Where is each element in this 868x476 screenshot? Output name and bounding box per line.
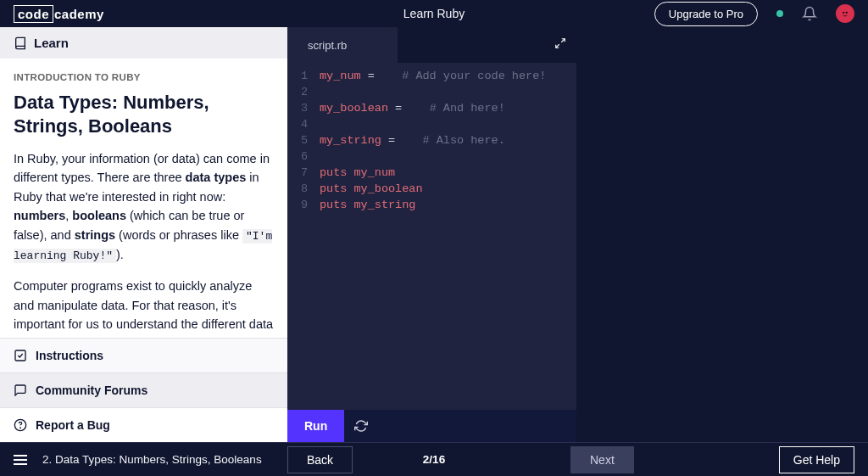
bug-label: Report a Bug bbox=[36, 418, 110, 432]
lesson-title: Data Types: Numbers, Strings, Booleans bbox=[14, 91, 274, 137]
logo-rest: cademy bbox=[54, 7, 104, 21]
course-title: Learn Ruby bbox=[403, 7, 465, 20]
learn-tab-label: Learn bbox=[34, 36, 69, 50]
avatar[interactable] bbox=[836, 4, 854, 23]
menu-icon[interactable] bbox=[14, 455, 27, 465]
chat-icon bbox=[14, 384, 27, 397]
logo[interactable]: codecademy bbox=[14, 7, 104, 21]
editor-tab-bar: script.rb bbox=[287, 27, 576, 63]
svg-point-1 bbox=[846, 12, 848, 14]
footer-right: Get Help bbox=[779, 446, 854, 473]
question-icon bbox=[14, 418, 27, 432]
footer-lesson-name[interactable]: 2. Data Types: Numbers, Strings, Boolean… bbox=[42, 453, 262, 466]
lesson-panel: Learn INTRODUCTION TO RUBY Data Types: N… bbox=[0, 27, 287, 442]
notifications-icon[interactable] bbox=[802, 6, 817, 21]
svg-point-0 bbox=[843, 12, 844, 14]
instructions-label: Instructions bbox=[36, 349, 103, 362]
refresh-icon bbox=[354, 419, 368, 433]
learn-tab[interactable]: Learn bbox=[0, 27, 287, 59]
reset-button[interactable] bbox=[344, 410, 378, 442]
instructions-section[interactable]: Instructions bbox=[0, 338, 287, 372]
lesson-body: INTRODUCTION TO RUBY Data Types: Numbers… bbox=[0, 59, 287, 338]
editor-panel: script.rb 1 2 3 4 5 6 7 8 9 my_num = # A… bbox=[287, 27, 576, 442]
checkbox-icon bbox=[14, 349, 27, 362]
footer: 2. Data Types: Numbers, Strings, Boolean… bbox=[0, 442, 868, 476]
run-bar: Run bbox=[287, 410, 576, 442]
forums-label: Community Forums bbox=[36, 384, 147, 397]
code-lines[interactable]: my_num = # Add your code here! my_boolea… bbox=[314, 68, 576, 410]
svg-point-4 bbox=[20, 428, 21, 428]
get-help-button[interactable]: Get Help bbox=[779, 446, 854, 473]
nav-back-group: Back bbox=[287, 446, 353, 473]
footer-left: 2. Data Types: Numbers, Strings, Boolean… bbox=[14, 453, 262, 466]
file-tab-label: script.rb bbox=[308, 39, 347, 52]
progress-indicator: 2/16 bbox=[423, 453, 445, 466]
expand-icon[interactable] bbox=[554, 37, 566, 53]
report-bug-section[interactable]: Report a Bug bbox=[0, 407, 287, 442]
header-right: Upgrade to Pro bbox=[654, 2, 854, 26]
top-header: codecademy Learn Ruby Upgrade to Pro bbox=[0, 0, 868, 27]
logo-boxed: code bbox=[14, 5, 53, 23]
line-number-gutter: 1 2 3 4 5 6 7 8 9 bbox=[287, 68, 314, 410]
lesson-paragraph-2: Computer programs exist to quickly analy… bbox=[14, 277, 274, 338]
intro-label: INTRODUCTION TO RUBY bbox=[14, 72, 274, 82]
main-area: Learn INTRODUCTION TO RUBY Data Types: N… bbox=[0, 27, 868, 442]
code-area[interactable]: 1 2 3 4 5 6 7 8 9 my_num = # Add your co… bbox=[287, 63, 576, 410]
community-forums-section[interactable]: Community Forums bbox=[0, 372, 287, 407]
book-icon bbox=[14, 36, 27, 50]
status-dot-icon bbox=[776, 10, 783, 17]
file-tab[interactable]: script.rb bbox=[287, 27, 398, 63]
nav-next-group: Next bbox=[570, 446, 634, 473]
lesson-paragraph-1: In Ruby, your information (or data) can … bbox=[14, 149, 274, 265]
back-button[interactable]: Back bbox=[287, 446, 353, 473]
run-button[interactable]: Run bbox=[287, 410, 344, 442]
output-panel bbox=[576, 27, 868, 442]
svg-rect-2 bbox=[15, 350, 25, 361]
next-button[interactable]: Next bbox=[570, 446, 634, 473]
upgrade-button[interactable]: Upgrade to Pro bbox=[654, 2, 758, 26]
